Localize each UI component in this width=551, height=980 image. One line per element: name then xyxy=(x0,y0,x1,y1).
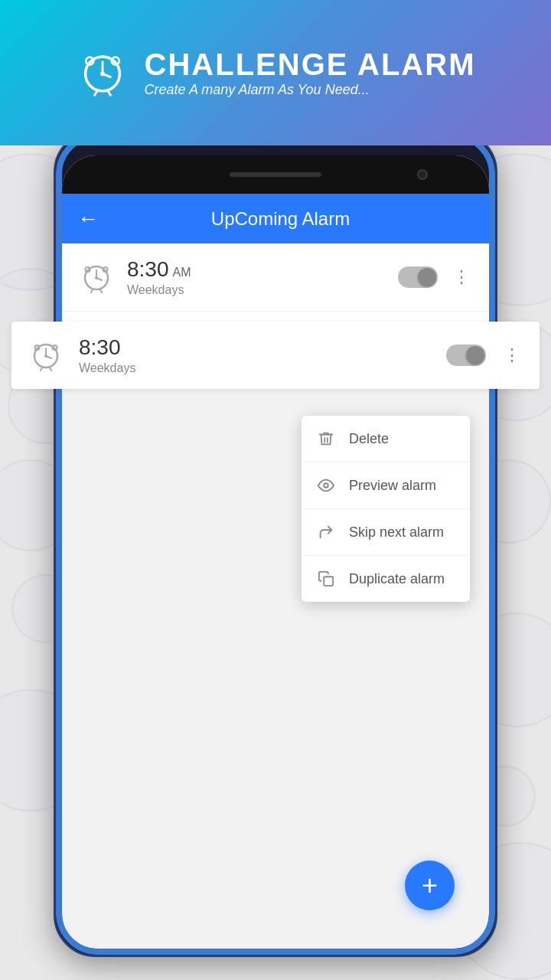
notch-pill xyxy=(230,172,321,177)
outer-alarm-info: 8:30 Weekdays xyxy=(79,335,432,375)
svg-line-23 xyxy=(100,289,102,292)
delete-label: Delete xyxy=(349,431,389,447)
notch-camera xyxy=(417,169,428,180)
context-menu-duplicate[interactable]: Duplicate alarm xyxy=(302,556,470,602)
app-header: Challenge Alarm Create A many Alarm As Y… xyxy=(0,0,551,145)
svg-line-15 xyxy=(50,368,51,371)
alarm-1-time: 8:30 AM xyxy=(127,257,386,282)
skip-icon xyxy=(317,523,335,541)
svg-point-32 xyxy=(324,483,328,488)
duplicate-icon xyxy=(317,570,335,588)
svg-rect-33 xyxy=(324,577,333,586)
context-menu-delete[interactable]: Delete xyxy=(302,416,470,462)
trash-icon xyxy=(317,430,335,448)
header-text-block: Challenge Alarm Create A many Alarm As Y… xyxy=(145,47,476,98)
alarm-item-1: 8:30 AM Weekdays ⋮ xyxy=(62,243,489,312)
outer-alarm-time: 8:30 xyxy=(79,335,432,360)
duplicate-label: Duplicate alarm xyxy=(349,571,445,587)
outer-alarm-row: 8:30 Weekdays ⋮ xyxy=(11,322,540,389)
outer-toggle-knob xyxy=(466,346,484,364)
outer-alarm-more-button[interactable]: ⋮ xyxy=(500,341,524,369)
app-toolbar: ← UpComing Alarm xyxy=(62,194,489,243)
eye-icon xyxy=(317,476,335,495)
alarm-1-icon xyxy=(77,258,116,296)
alarm-1-more-button[interactable]: ⋮ xyxy=(449,263,474,291)
outer-alarm-toggle[interactable] xyxy=(446,345,486,366)
context-menu-preview[interactable]: Preview alarm xyxy=(302,462,470,509)
skip-label: Skip next alarm xyxy=(349,524,444,541)
alarm-1-info: 8:30 AM Weekdays xyxy=(127,257,386,297)
alarm-1-toggle[interactable] xyxy=(398,266,438,288)
toolbar-title: UpComing Alarm xyxy=(110,208,451,230)
svg-line-19 xyxy=(96,278,102,280)
outer-alarm-icon xyxy=(27,336,65,374)
header-clock-icon xyxy=(76,46,129,100)
preview-label: Preview alarm xyxy=(349,478,436,494)
svg-line-7 xyxy=(108,91,111,96)
app-subtitle: Create A many Alarm As You Need... xyxy=(145,82,476,98)
svg-line-22 xyxy=(91,289,93,292)
phone-notch xyxy=(62,155,489,194)
svg-line-14 xyxy=(41,368,42,371)
phone-mockup: ← UpComing Alarm xyxy=(54,130,497,957)
alarm-1-days: Weekdays xyxy=(127,283,386,297)
phone-screen: ← UpComing Alarm xyxy=(62,155,489,949)
svg-line-3 xyxy=(103,74,111,77)
add-alarm-button[interactable]: + xyxy=(405,861,455,910)
app-title: Challenge Alarm xyxy=(145,47,476,82)
back-button[interactable]: ← xyxy=(77,207,99,231)
context-menu: Delete Preview alarm xyxy=(302,416,470,602)
alarm-1-knob xyxy=(418,268,436,286)
context-menu-skip[interactable]: Skip next alarm xyxy=(302,509,470,556)
svg-line-11 xyxy=(46,356,51,358)
svg-line-6 xyxy=(94,91,97,96)
outer-alarm-days: Weekdays xyxy=(79,361,432,375)
